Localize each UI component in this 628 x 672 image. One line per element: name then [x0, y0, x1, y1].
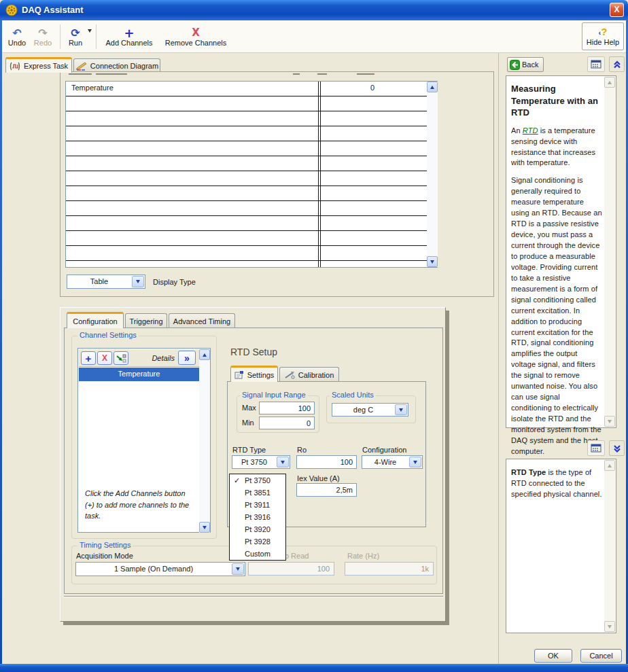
undo-button[interactable]: ↶ Undo	[4, 22, 30, 51]
popup-item-pt3851[interactable]: Pt 3851	[230, 487, 285, 499]
tab-configuration[interactable]: Configuration	[67, 312, 124, 328]
channel-settings-group: Channel Settings + X	[71, 336, 217, 539]
double-chevron-right-icon: »	[184, 353, 190, 363]
table-row[interactable]	[66, 96, 427, 111]
tab-calibration[interactable]: Calibration	[279, 367, 339, 382]
tab-settings[interactable]: Settings	[230, 366, 278, 382]
help-window-button[interactable]	[587, 56, 605, 72]
popup-item-pt3911[interactable]: Pt 3911	[230, 499, 285, 511]
channel-table: Temperature 0	[65, 81, 438, 268]
scaled-units-select[interactable]: deg C	[332, 403, 408, 417]
remove-channels-button[interactable]: X Remove Channels	[160, 22, 231, 51]
context-window-button[interactable]	[587, 440, 605, 456]
table-row[interactable]	[66, 111, 427, 126]
iex-value-label: Iex Value (A)	[297, 474, 340, 482]
table-row[interactable]	[66, 201, 427, 216]
plus-icon: +	[124, 27, 134, 39]
delete-channel-button[interactable]: X	[97, 351, 112, 365]
combo-arrow-button[interactable]	[232, 563, 244, 575]
tab-express-task[interactable]: Express Task	[5, 57, 72, 73]
scroll-up-button	[604, 460, 615, 471]
add-channel-button[interactable]: +	[81, 351, 96, 365]
toolbar-separator	[60, 24, 60, 49]
ro-input[interactable]: 100	[296, 455, 357, 469]
table-row[interactable]	[66, 156, 427, 171]
channel-list-item-temperature[interactable]: Temperature	[79, 368, 199, 381]
assign-channel-button[interactable]	[114, 351, 128, 365]
title-bar[interactable]: DAQ Assistant X	[0, 0, 628, 20]
combo-arrow-button[interactable]	[409, 457, 421, 467]
popup-item-custom[interactable]: Custom	[230, 548, 285, 560]
tab-connection-diagram[interactable]: Connection Diagram	[73, 58, 160, 73]
table-scrollbar[interactable]	[427, 82, 438, 267]
clipped-content	[293, 73, 300, 75]
run-dropdown-button[interactable]	[88, 29, 92, 33]
channel-list-scrollbar[interactable]	[199, 349, 210, 533]
combo-arrow-button[interactable]	[395, 404, 407, 415]
table-row[interactable]	[66, 141, 427, 156]
app-icon	[5, 4, 18, 16]
window-title: DAQ Assistant	[22, 5, 84, 15]
remove-channels-label: Remove Channels	[165, 39, 227, 47]
table-row[interactable]	[66, 261, 427, 275]
redo-button[interactable]: ↷ Redo	[30, 22, 56, 51]
cancel-button[interactable]: Cancel	[580, 649, 622, 662]
collapse-help-button[interactable]	[609, 56, 625, 72]
configuration-label: Configuration	[362, 446, 406, 454]
ok-button[interactable]: OK	[534, 649, 572, 662]
back-button[interactable]: Back	[507, 57, 544, 72]
back-label: Back	[522, 60, 538, 69]
scroll-down-button[interactable]	[199, 522, 210, 533]
popup-item-pt3916[interactable]: Pt 3916	[230, 511, 285, 523]
tab-advanced-timing[interactable]: Advanced Timing	[169, 313, 235, 328]
add-channels-button[interactable]: + Add Channels	[101, 22, 158, 51]
hide-help-button[interactable]: ‹? Hide Help	[582, 22, 624, 50]
max-input[interactable]: 100	[259, 402, 315, 414]
min-input[interactable]: 0	[259, 417, 315, 429]
check-icon: ✓	[234, 474, 240, 487]
tab-triggering[interactable]: Triggering	[125, 313, 167, 328]
help-scrollbar	[604, 77, 615, 427]
samples-to-read-input: 100	[248, 562, 334, 576]
run-button[interactable]: ⟳ Run	[64, 22, 87, 51]
table-row[interactable]	[66, 126, 427, 141]
close-button[interactable]: X	[610, 3, 624, 17]
details-button[interactable]: »	[178, 351, 196, 365]
display-type-value: Table	[67, 275, 131, 288]
expand-context-button[interactable]	[609, 440, 625, 456]
assign-arrow-icon	[116, 354, 126, 363]
hide-help-label: Hide Help	[587, 38, 619, 46]
scaled-units-title: Scaled Units	[330, 391, 376, 399]
display-type-label: Display Type	[153, 278, 196, 286]
scroll-down-button	[604, 621, 615, 632]
popup-item-pt3920[interactable]: Pt 3920	[230, 523, 285, 535]
display-type-select[interactable]: Table	[67, 275, 145, 289]
rtd-link[interactable]: RTD	[523, 126, 538, 135]
popup-item-label: Pt 3851	[245, 487, 271, 499]
table-row[interactable]	[66, 186, 427, 201]
tab-calibration-label: Calibration	[298, 371, 334, 379]
combo-arrow-button[interactable]	[277, 457, 289, 467]
configuration-select[interactable]: 4-Wire	[362, 455, 423, 469]
popup-item-pt3928[interactable]: Pt 3928	[230, 535, 285, 548]
popup-item-label: Pt 3928	[245, 535, 271, 548]
chevron-up-icon	[203, 353, 207, 357]
scroll-up-button[interactable]	[427, 82, 438, 92]
combo-arrow-button[interactable]	[132, 276, 144, 287]
table-row[interactable]: Temperature 0	[66, 82, 427, 96]
table-row[interactable]	[66, 231, 427, 246]
back-arrow-icon	[510, 60, 520, 70]
popup-item-pt3750[interactable]: ✓ Pt 3750	[230, 474, 285, 487]
rtd-type-select[interactable]: Pt 3750	[232, 455, 290, 469]
scroll-up-button[interactable]	[199, 349, 210, 360]
acquisition-mode-select[interactable]: 1 Sample (On Demand)	[75, 562, 245, 576]
iex-value-input[interactable]: 2,5m	[296, 483, 357, 497]
table-row[interactable]	[66, 171, 427, 186]
configuration-value: 4-Wire	[362, 456, 408, 468]
table-row[interactable]	[66, 246, 427, 261]
chevron-up-icon	[608, 464, 612, 467]
table-row[interactable]	[66, 216, 427, 231]
scroll-down-button[interactable]	[427, 256, 438, 267]
channel-list-toolbar: + X Details	[79, 349, 199, 367]
window-border-bottom	[0, 664, 628, 672]
